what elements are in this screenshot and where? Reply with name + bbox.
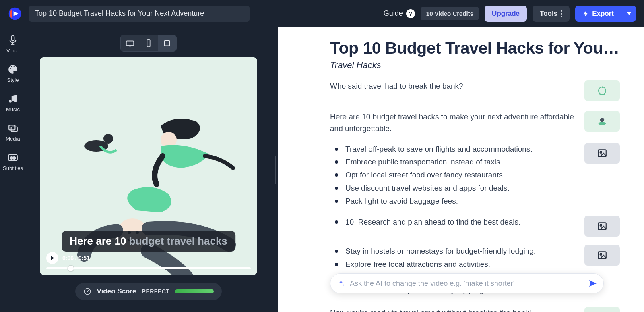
rail-style[interactable]: Style [7,64,19,83]
send-button[interactable] [587,278,599,289]
svg-rect-14 [165,41,170,46]
preview-column: Here are 10 budget travel hacks 0:06 / 0… [26,27,271,312]
music-icon [8,94,18,104]
video-preview[interactable]: Here are 10 budget travel hacks 0:06 / 0… [40,57,257,275]
rail-media[interactable]: Media [6,123,20,142]
svg-rect-13 [147,40,150,47]
scene-thumbnail-empty[interactable] [584,216,620,237]
scene-thumbnail[interactable] [584,307,620,312]
aspect-landscape[interactable] [121,35,139,51]
list-item[interactable]: 10. Research and plan ahead to find the … [330,216,575,229]
bullet-list[interactable]: 10. Research and plan ahead to find the … [330,216,575,229]
gauge-icon [83,287,91,295]
player-controls: 0:06 / 0:51 [46,252,251,269]
guide-link[interactable]: Guide ? [384,9,415,18]
credits-chip[interactable]: 10 Video Credits [421,7,479,20]
paragraph[interactable]: Now you're ready to travel smart without… [330,307,575,312]
scene-thumbnail[interactable] [584,111,620,132]
doc-subtitle[interactable]: Travel Hacks [330,60,620,71]
svg-rect-11 [126,41,134,46]
scene-thumbnail[interactable] [584,80,620,101]
scene-thumbnail-empty[interactable] [584,245,620,266]
ai-prompt-bar [330,273,604,293]
header: Guide ? 10 Video Credits Upgrade Tools E… [0,0,644,27]
svg-point-25 [599,87,606,94]
tools-button[interactable]: Tools [533,6,570,22]
time-display: 0:06 / 0:51 [62,255,90,261]
svg-point-33 [600,225,602,226]
list-item[interactable]: Use discount travel websites and apps fo… [330,182,575,195]
score-bar [175,289,214,293]
list-item[interactable]: Embrace public transportation instead of… [330,156,575,168]
media-icon [8,123,18,133]
export-label: Export [592,10,614,18]
video-score-pill[interactable]: Video Score PERFECT [75,283,222,300]
svg-point-31 [600,152,602,153]
upgrade-button[interactable]: Upgrade [485,6,527,22]
svg-marker-22 [51,256,54,260]
svg-point-28 [599,122,606,125]
svg-point-5 [9,100,12,103]
list-item[interactable]: Travel off-peak to save on flights and a… [330,143,575,156]
microphone-icon [8,35,18,45]
app-logo [8,7,22,21]
svg-rect-8 [11,127,17,132]
tools-label: Tools [540,10,557,18]
list-item[interactable]: Pack light to avoid baggage fees. [330,195,575,208]
svg-rect-7 [9,125,15,130]
svg-text:CC: CC [10,156,16,160]
sparkle-icon [337,279,345,287]
list-item[interactable]: Explore free local attractions and activ… [330,258,575,271]
seek-thumb[interactable] [68,266,74,271]
rail-voice[interactable]: Voice [6,35,19,54]
caption-overlay: Here are 10 budget travel hacks [62,231,235,252]
aspect-switch [120,35,177,52]
ai-prompt-input[interactable] [350,279,582,288]
play-button[interactable] [46,252,58,264]
scene-thumbnail-empty[interactable] [584,143,620,164]
more-icon [561,10,562,17]
paragraph[interactable]: Who said travel had to break the bank? [330,80,575,92]
palette-icon [8,64,18,75]
svg-rect-27 [600,94,605,95]
script-panel: Top 10 Budget Travel Hacks for Your … Tr… [278,27,644,312]
svg-rect-32 [598,223,606,230]
chevron-down-icon [627,12,631,15]
svg-point-29 [600,118,604,122]
rail-subtitles[interactable]: CC Subtitles [3,152,23,171]
rail-music[interactable]: Music [6,94,20,112]
aspect-square[interactable] [158,35,176,51]
svg-rect-30 [598,150,606,156]
svg-rect-2 [12,35,14,41]
svg-point-35 [600,254,602,255]
seek-track[interactable] [46,267,251,269]
export-button[interactable]: Export [575,6,636,22]
aspect-portrait[interactable] [139,35,158,51]
list-item[interactable]: Opt for local street food over fancy res… [330,168,575,181]
svg-rect-34 [598,252,606,259]
cc-icon: CC [8,152,18,163]
svg-point-6 [14,99,17,102]
svg-point-24 [87,291,88,292]
svg-point-17 [103,134,113,144]
doc-title[interactable]: Top 10 Budget Travel Hacks for Your … [330,39,620,58]
left-rail: Voice Style Music Media CC Subtitles [0,27,26,312]
bullet-list[interactable]: Travel off-peak to save on flights and a… [330,143,575,208]
list-item[interactable]: Stay in hostels or homestays for budget-… [330,245,575,258]
help-icon: ? [406,9,415,18]
resize-handle[interactable] [271,27,278,312]
guide-label: Guide [384,9,403,18]
project-title-input[interactable] [29,6,250,22]
bolt-icon [582,10,589,17]
paragraph[interactable]: Here are 10 budget travel hacks to make … [330,111,575,135]
